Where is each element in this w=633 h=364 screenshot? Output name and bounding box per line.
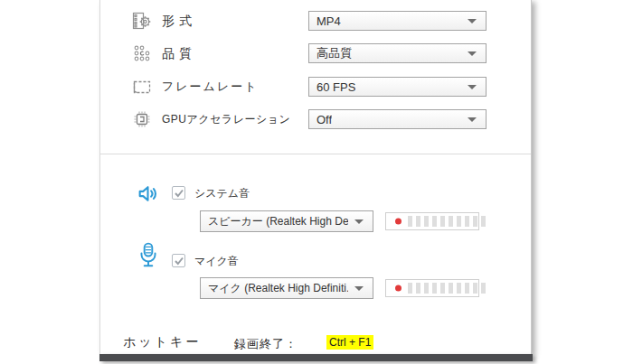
gpu-row: GPUアクセラレーション Off <box>100 109 531 129</box>
recording-dot-icon <box>395 285 402 292</box>
section-divider <box>100 154 531 154</box>
quality-row: 品質 高品質 <box>100 43 531 63</box>
system-device-dropdown[interactable]: スピーカー (Realtek High Defi... <box>200 210 373 232</box>
recorder-settings-screen: 形式 MP4 品質 高品質 <box>0 0 633 364</box>
system-sound-label: システム音 <box>194 186 250 201</box>
system-device-value: スピーカー (Realtek High Defi... <box>208 214 348 229</box>
mic-device-value: マイク (Realtek High Definiti... <box>208 281 348 296</box>
format-value: MP4 <box>316 14 341 28</box>
format-label: 形式 <box>162 11 196 31</box>
system-level-meter <box>385 212 479 230</box>
format-dropdown[interactable]: MP4 <box>308 11 487 31</box>
framerate-label: フレームレート <box>162 77 259 97</box>
format-row: 形式 MP4 <box>100 11 531 31</box>
check-icon <box>174 256 184 266</box>
chevron-down-icon <box>354 219 364 224</box>
mic-sound-label: マイク音 <box>194 254 239 268</box>
film-gear-icon <box>132 11 152 31</box>
panel-bottom-edge <box>99 354 533 361</box>
system-sound-checkbox[interactable] <box>172 186 185 200</box>
microphone-icon <box>138 242 158 272</box>
recording-dot-icon <box>395 219 402 225</box>
framerate-value: 60 FPS <box>316 80 355 94</box>
chip-icon <box>132 109 152 129</box>
hotkey-action-label: 録画終了： <box>234 336 298 352</box>
gpu-label: GPUアクセラレーション <box>162 109 290 129</box>
frame-icon <box>132 77 152 97</box>
gpu-dropdown[interactable]: Off <box>308 109 487 129</box>
gpu-value: Off <box>316 113 332 126</box>
hotkey-section-label: ホットキー <box>123 334 201 350</box>
quality-dropdown[interactable]: 高品質 <box>308 43 487 63</box>
check-icon <box>174 188 184 199</box>
quality-value: 高品質 <box>316 45 352 61</box>
mic-device-dropdown[interactable]: マイク (Realtek High Definiti... <box>200 277 373 299</box>
chevron-down-icon <box>354 286 364 291</box>
chevron-down-icon <box>468 51 477 56</box>
system-meter-bars <box>408 216 475 227</box>
chevron-down-icon <box>468 19 477 23</box>
quality-label: 品質 <box>162 43 196 63</box>
framerate-row: フレームレート 60 FPS <box>100 77 531 97</box>
hotkey-keys-badge: Ctrl + F1 <box>326 335 373 350</box>
framerate-dropdown[interactable]: 60 FPS <box>308 77 487 97</box>
mic-sound-checkbox[interactable] <box>172 254 185 267</box>
settings-panel: 形式 MP4 品質 高品質 <box>99 0 532 354</box>
chevron-down-icon <box>468 85 477 89</box>
speaker-icon <box>137 182 159 209</box>
dots-icon <box>132 43 152 63</box>
mic-meter-bars <box>408 283 475 294</box>
mic-level-meter <box>385 279 479 297</box>
chevron-down-icon <box>468 117 477 122</box>
